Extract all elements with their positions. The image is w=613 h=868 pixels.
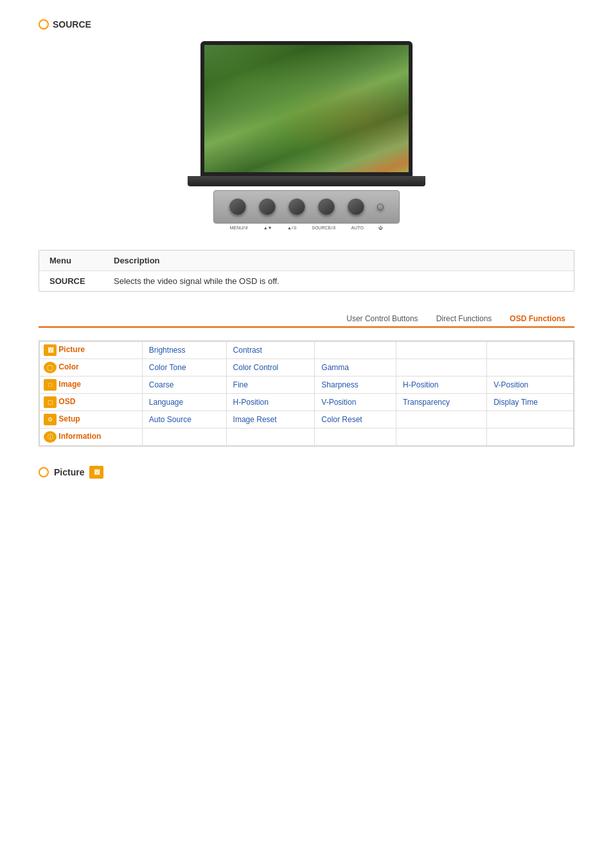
picture-icon: 🖼 <box>44 344 57 356</box>
menu-cell: SOURCE <box>39 271 103 292</box>
info-icon: ⓘ <box>44 431 57 443</box>
monitor-container: MENU/③ ▲▼ ▲/① SOURCE/② AUTO ⏻ <box>39 41 574 231</box>
label-source: SOURCE/② <box>312 226 336 231</box>
transparency-cell: Transparency <box>396 394 487 411</box>
color-tone-cell: Color Tone <box>142 359 226 376</box>
osd-table: 🖼 Picture Brightness Contrast ◯ Color Co… <box>39 341 574 446</box>
osd-icon: ▢ <box>44 396 57 408</box>
empty-cell-4 <box>396 359 487 376</box>
auto-source-cell: Auto Source <box>142 411 226 429</box>
menu-item-image: □ Image <box>40 376 143 394</box>
picture-heading-icon: 🖼 <box>89 466 103 479</box>
table-row: ◯ Color Color Tone Color Control Gamma <box>40 359 574 376</box>
picture-label: Picture <box>58 345 85 354</box>
button-source[interactable] <box>318 199 335 215</box>
menu-item-picture: 🖼 Picture <box>40 342 143 359</box>
osd-table-container: 🖼 Picture Brightness Contrast ◯ Color Co… <box>39 341 574 447</box>
table-row: SOURCE Selects the video signal while th… <box>39 271 574 292</box>
empty-cell-3 <box>487 342 574 359</box>
image-reset-cell: Image Reset <box>226 411 315 429</box>
vposition-cell: V-Position <box>487 376 574 394</box>
image-label: Image <box>58 380 81 389</box>
button-nav[interactable] <box>259 199 276 215</box>
table-row: ▢ OSD Language H-Position V-Position Tra… <box>40 394 574 411</box>
button-menu[interactable] <box>229 199 246 215</box>
info-cell-5 <box>396 429 487 446</box>
label-nav: ▲▼ <box>263 226 272 231</box>
information-label: Information <box>58 432 101 441</box>
sharpness-cell: Sharpness <box>315 376 396 394</box>
control-labels: MENU/③ ▲▼ ▲/① SOURCE/② AUTO ⏻ <box>213 224 400 231</box>
table-row: □ Image Coarse Fine Sharpness H-Position… <box>40 376 574 394</box>
button-power[interactable] <box>377 204 384 210</box>
picture-heading-label: Picture <box>54 467 84 477</box>
tab-osd-functions[interactable]: OSD Functions <box>501 311 574 328</box>
source-label: SOURCE <box>53 19 91 30</box>
monitor-screen <box>200 41 413 176</box>
table-row: ⓘ Information <box>40 429 574 446</box>
label-menu: MENU/③ <box>230 226 249 231</box>
coarse-cell: Coarse <box>142 376 226 394</box>
tab-direct-functions[interactable]: Direct Functions <box>427 311 501 326</box>
picture-section-header: Picture 🖼 <box>39 466 574 479</box>
display-time-cell: Display Time <box>487 394 574 411</box>
empty-cell-1 <box>315 342 396 359</box>
osd-label: OSD <box>58 397 75 406</box>
button-auto[interactable] <box>348 199 364 215</box>
color-icon: ◯ <box>44 362 57 373</box>
button-up[interactable] <box>289 199 305 215</box>
label-power: ⏻ <box>378 226 383 231</box>
color-label: Color <box>58 362 78 371</box>
menu-item-setup: ⚙ Setup <box>40 411 143 429</box>
empty-cell-2 <box>396 342 487 359</box>
empty-cell-5 <box>487 359 574 376</box>
table-row: ⚙ Setup Auto Source Image Reset Color Re… <box>40 411 574 429</box>
info-cell-6 <box>487 429 574 446</box>
monitor-controls <box>213 190 400 224</box>
monitor-bezel <box>188 176 425 186</box>
nav-tabs: User Control Buttons Direct Functions OS… <box>39 311 574 328</box>
source-icon <box>39 19 49 30</box>
info-cell-4 <box>315 429 396 446</box>
table-row: 🖼 Picture Brightness Contrast <box>40 342 574 359</box>
col-menu-header: Menu <box>39 251 103 271</box>
color-reset-cell: Color Reset <box>315 411 396 429</box>
picture-source-icon <box>39 467 49 477</box>
brightness-cell: Brightness <box>142 342 226 359</box>
gamma-cell: Gamma <box>315 359 396 376</box>
empty-cell-6 <box>396 411 487 429</box>
vposition-osd-cell: V-Position <box>315 394 396 411</box>
tab-user-control[interactable]: User Control Buttons <box>337 311 427 326</box>
hposition-osd-cell: H-Position <box>226 394 315 411</box>
source-header: SOURCE <box>39 19 574 30</box>
info-cell-3 <box>226 429 315 446</box>
setup-icon: ⚙ <box>44 414 57 425</box>
info-cell-2 <box>142 429 226 446</box>
menu-table: Menu Description SOURCE Selects the vide… <box>39 251 574 291</box>
label-auto: AUTO <box>351 226 364 231</box>
menu-item-osd: ▢ OSD <box>40 394 143 411</box>
desc-cell: Selects the video signal while the OSD i… <box>103 271 574 292</box>
contrast-cell: Contrast <box>226 342 315 359</box>
language-cell: Language <box>142 394 226 411</box>
color-control-cell: Color Control <box>226 359 315 376</box>
label-up: ▲/① <box>287 226 297 231</box>
col-desc-header: Description <box>103 251 574 271</box>
fine-cell: Fine <box>226 376 315 394</box>
setup-label: Setup <box>58 414 80 423</box>
hposition-cell: H-Position <box>396 376 487 394</box>
menu-item-information: ⓘ Information <box>40 429 143 446</box>
empty-cell-7 <box>487 411 574 429</box>
menu-table-container: Menu Description SOURCE Selects the vide… <box>39 250 574 292</box>
image-icon: □ <box>44 379 57 391</box>
menu-item-color: ◯ Color <box>40 359 143 376</box>
